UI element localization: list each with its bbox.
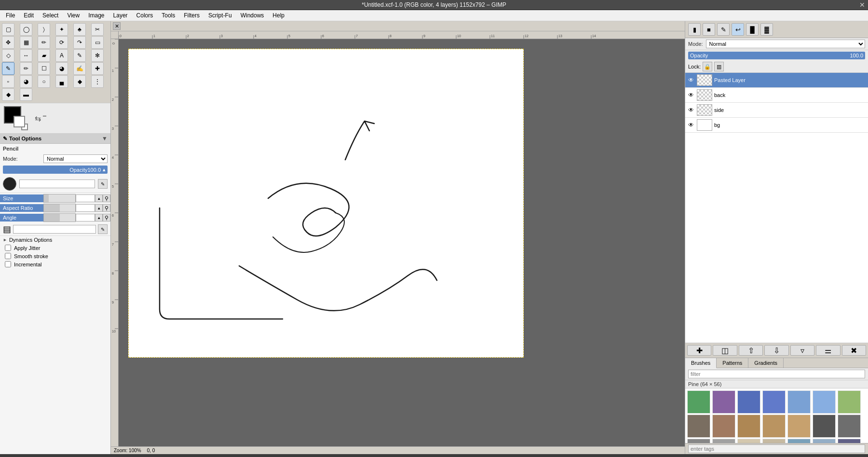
dynamics-edit-button[interactable]: ✎	[98, 224, 108, 234]
menu-item-select[interactable]: Select	[39, 11, 62, 20]
paintbrush-tool[interactable]: ✏	[20, 62, 32, 75]
canvas-scroll[interactable]	[119, 39, 685, 446]
anchor-layer-button[interactable]: ⚌	[816, 345, 840, 356]
menu-item-windows[interactable]: Windows	[237, 11, 268, 20]
menu-item-tools[interactable]: Tools	[158, 11, 179, 20]
text-tool[interactable]: A	[55, 49, 68, 62]
brush-cell-6[interactable]	[838, 390, 861, 414]
aspect-ratio-spinner-up[interactable]: ▴	[95, 204, 103, 212]
layer-row-2[interactable]: 👁side	[685, 103, 868, 118]
canvas-drawing-area[interactable]	[128, 49, 524, 358]
apply-jitter-checkbox[interactable]	[5, 245, 11, 251]
size-slider[interactable]	[43, 194, 76, 203]
delete-layer-button[interactable]: ✖	[842, 345, 866, 356]
menu-item-image[interactable]: Image	[84, 11, 108, 20]
layers-mode-select[interactable]: Normal	[706, 40, 865, 48]
layer-row-1[interactable]: 👁back	[685, 88, 868, 103]
layers-tab-button[interactable]: ▮	[688, 23, 701, 36]
perspective-tool[interactable]: ◇	[2, 49, 14, 62]
menu-item-edit[interactable]: Edit	[20, 11, 38, 20]
pencil-tool[interactable]: ✎	[2, 62, 14, 75]
brush-cell-13[interactable]	[838, 415, 861, 438]
color-settings-button[interactable]: █	[746, 23, 759, 36]
layer-eye-2[interactable]: 👁	[687, 106, 695, 114]
layer-row-3[interactable]: 👁bg	[685, 118, 868, 133]
eraser-tool[interactable]: ☐	[38, 62, 50, 75]
layer-eye-3[interactable]: 👁	[687, 121, 695, 129]
paths-button[interactable]: ✎	[717, 23, 730, 36]
brushes-tab[interactable]: Brushes	[685, 358, 717, 368]
brush-edit-button[interactable]: ✎	[98, 179, 108, 189]
brush-cell-20[interactable]	[838, 439, 861, 443]
select-by-color-tool[interactable]: ♣	[73, 23, 86, 36]
gradients-tab[interactable]: Gradients	[748, 358, 784, 368]
ellipse-select-tool[interactable]: ◯	[20, 23, 32, 36]
smooth-stroke-checkbox[interactable]	[5, 253, 11, 259]
close-canvas-button[interactable]: ✕	[113, 22, 121, 30]
tool-options-close-button[interactable]: ▼	[102, 135, 108, 142]
incremental-checkbox[interactable]	[5, 261, 11, 267]
layer-row-0[interactable]: 👁Pasted Layer	[685, 73, 868, 88]
mode-select[interactable]: Normal	[43, 154, 108, 163]
aspect-ratio-value-input[interactable]: 0.00	[76, 204, 95, 212]
measure-tool[interactable]: ⋮	[91, 75, 104, 88]
scissors-select-tool[interactable]: ✂	[91, 23, 104, 36]
brush-name-input[interactable]: 2. Hardness 100	[19, 180, 95, 188]
brush-cell-12[interactable]	[813, 415, 836, 438]
menu-item-script-fu[interactable]: Script-Fu	[204, 11, 236, 20]
close-button[interactable]: ✕	[859, 1, 865, 9]
blend-tool[interactable]: ▬	[20, 88, 32, 101]
cage-transform-tool[interactable]: ▰	[38, 49, 50, 62]
dynamics-options-header[interactable]: ► Dynamics Options	[0, 236, 110, 244]
layer-eye-1[interactable]: 👁	[687, 91, 695, 99]
menu-item-colors[interactable]: Colors	[133, 11, 157, 20]
rotate-tool[interactable]: ⟳	[55, 36, 68, 49]
brush-cell-8[interactable]	[712, 415, 735, 438]
layer-eye-0[interactable]: 👁	[687, 76, 695, 84]
brush-cell-14[interactable]	[687, 439, 710, 443]
move-tool[interactable]: ✥	[2, 36, 14, 49]
brush-cell-17[interactable]	[762, 439, 786, 443]
swap-colors-button[interactable]: ⇆	[35, 114, 41, 123]
brush-filter-input[interactable]	[688, 370, 865, 378]
brush-cell-15[interactable]	[712, 439, 735, 443]
brush-cell-19[interactable]	[813, 439, 836, 443]
duplicate-layer-button[interactable]: ▿	[790, 345, 814, 356]
brush-cell-10[interactable]	[762, 415, 786, 438]
foreground-color[interactable]	[4, 106, 21, 124]
new-layer-button[interactable]: ✚	[687, 345, 711, 356]
new-layer-group-button[interactable]: ◫	[713, 345, 737, 356]
menu-item-view[interactable]: View	[63, 11, 83, 20]
opacity-slider-row[interactable]: Opacity 100.0 ▴	[3, 166, 108, 174]
blur-tool[interactable]: ◕	[20, 75, 32, 88]
channels-button[interactable]: ■	[703, 23, 715, 36]
heal-tool[interactable]: ✚	[91, 62, 104, 75]
crop-tool[interactable]: ✏	[38, 36, 50, 49]
flip-tool[interactable]: ↔	[20, 49, 32, 62]
patterns-button[interactable]: ▓	[760, 23, 773, 36]
airbrush-tool[interactable]: ◕	[55, 62, 68, 75]
enter-tags-input[interactable]	[688, 444, 865, 453]
dodge-tool[interactable]: ○	[38, 75, 50, 88]
lower-layer-button[interactable]: ⇩	[764, 345, 788, 356]
scale-tool[interactable]: ↷	[73, 36, 86, 49]
size-spinner-up[interactable]: ▴	[95, 194, 103, 202]
brush-cell-11[interactable]	[787, 415, 811, 438]
brush-cell-5[interactable]	[813, 390, 836, 414]
brush-cell-2[interactable]	[737, 390, 760, 414]
brush-cell-9[interactable]	[737, 415, 760, 438]
angle-value-input[interactable]: 0.00	[76, 214, 95, 222]
lock-alpha-button[interactable]: ▥	[714, 62, 724, 71]
bucket-fill-tool[interactable]: ◆	[2, 88, 14, 101]
iscissors-tool[interactable]: ✻	[91, 49, 104, 62]
menu-item-layer[interactable]: Layer	[109, 11, 132, 20]
rect-select-tool[interactable]: ▢	[2, 23, 14, 36]
layers-opacity-row[interactable]: Opacity 100.0	[688, 52, 865, 59]
menu-item-file[interactable]: File	[2, 11, 19, 20]
brush-cell-16[interactable]	[737, 439, 760, 443]
brush-cell-18[interactable]	[787, 439, 811, 443]
perspective-clone-tool[interactable]: ▫	[2, 75, 14, 88]
color-picker-tool[interactable]: ◆	[73, 75, 86, 88]
aspect-ratio-slider[interactable]	[43, 204, 76, 212]
raise-layer-button[interactable]: ⇧	[739, 345, 763, 356]
